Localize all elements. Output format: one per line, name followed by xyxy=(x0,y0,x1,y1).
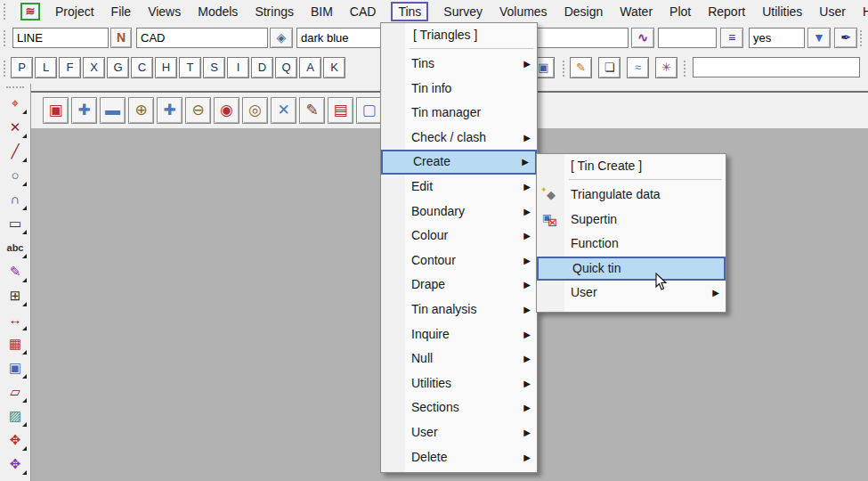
cad-text-field[interactable] xyxy=(693,57,860,77)
name-field[interactable] xyxy=(12,28,109,48)
dropdown-button[interactable]: ▼ xyxy=(807,28,831,48)
menu-cad[interactable]: CAD xyxy=(348,3,378,20)
menu-item-supertin[interactable]: ▣⊠ Supertin xyxy=(537,208,726,232)
linestyle-picker-button[interactable]: ≡ xyxy=(720,28,743,48)
grid-table-button[interactable]: ▦ xyxy=(4,334,27,355)
menu-item-sections[interactable]: Sections▶ xyxy=(381,395,537,420)
zoom-adjust-button[interactable]: ⊖ xyxy=(185,97,211,124)
menu-item-user[interactable]: User▶ xyxy=(381,420,537,445)
key-button-s[interactable]: S xyxy=(203,57,225,78)
menu-item-quick-tin[interactable]: Quick tin xyxy=(537,257,726,281)
key-button-i[interactable]: I xyxy=(227,57,249,78)
key-button-q[interactable]: Q xyxy=(275,57,297,78)
plot-printer-button[interactable]: ▤ xyxy=(328,97,353,124)
draw-circle-button[interactable]: ○ xyxy=(4,166,27,187)
move-arrows-button[interactable]: ✥ xyxy=(4,430,27,452)
toolbar-grip[interactable] xyxy=(4,4,7,20)
create-point-button[interactable]: ⊞ xyxy=(4,286,27,307)
name-toggle-button[interactable]: N xyxy=(110,28,132,48)
menu-item-inquire[interactable]: Inquire▶ xyxy=(381,322,537,347)
menu-help[interactable]: Help xyxy=(861,3,868,20)
menu-water[interactable]: Water xyxy=(618,3,654,20)
draw-rect-button[interactable]: ▭ xyxy=(4,214,27,235)
menu-item-boundary[interactable]: Boundary▶ xyxy=(381,200,537,224)
views-menu-button[interactable]: ▣ xyxy=(43,97,69,124)
menu-item-utilities[interactable]: Utilities▶ xyxy=(381,371,537,396)
menu-item-tins[interactable]: Tins▶ xyxy=(381,52,537,77)
toolbar-grip[interactable] xyxy=(4,30,7,46)
intersect-button[interactable]: ✕ xyxy=(4,118,27,139)
key-button-p[interactable]: P xyxy=(11,57,33,78)
menu-volumes[interactable]: Volumes xyxy=(498,3,549,20)
key-button-t[interactable]: T xyxy=(179,57,201,78)
toolbar-grip[interactable] xyxy=(6,86,24,90)
tin-picker-button[interactable]: ∿ xyxy=(631,28,654,48)
window-edit-button[interactable]: ▣ xyxy=(4,358,27,379)
zoom-previous-button[interactable]: ◎ xyxy=(242,97,268,124)
model-picker-button[interactable]: ◈ xyxy=(270,28,293,48)
menu-design[interactable]: Design xyxy=(563,3,605,20)
key-button-c[interactable]: C xyxy=(131,57,153,78)
model-field[interactable] xyxy=(136,28,268,48)
menu-item-null[interactable]: Null▶ xyxy=(381,346,537,371)
draw-arc-button[interactable]: ∩ xyxy=(4,190,27,211)
menu-item-create-user[interactable]: User▶ xyxy=(537,281,726,306)
menu-item-check-clash[interactable]: Check / clash▶ xyxy=(381,126,537,151)
toolbar-grip[interactable] xyxy=(684,61,687,77)
menu-file[interactable]: File xyxy=(110,3,134,20)
eyedropper-button[interactable]: ✒ xyxy=(834,28,857,48)
menu-survey[interactable]: Survey xyxy=(442,3,484,20)
key-button-h[interactable]: H xyxy=(155,57,177,78)
cad-swoosh-button[interactable]: ≈ xyxy=(627,57,649,78)
snap-target-button[interactable]: ⌖ xyxy=(4,94,27,115)
key-button-d[interactable]: D xyxy=(251,57,273,78)
menu-item-function[interactable]: Function xyxy=(537,232,726,257)
toolbar-grip[interactable] xyxy=(563,61,566,77)
menu-strings[interactable]: Strings xyxy=(253,3,296,20)
key-button-g[interactable]: G xyxy=(107,57,129,78)
menu-report[interactable]: Report xyxy=(706,3,747,20)
menu-item-tin-info[interactable]: Tin info xyxy=(381,77,537,102)
menu-project[interactable]: Project xyxy=(53,3,96,20)
menu-tins[interactable]: Tins xyxy=(391,2,428,21)
zoom-fit-button[interactable]: ◉ xyxy=(214,97,239,124)
key-button-a[interactable]: A xyxy=(299,57,321,78)
copy-view-button[interactable]: ▢ xyxy=(356,97,382,124)
yes-field[interactable] xyxy=(749,28,805,48)
key-button-k[interactable]: K xyxy=(323,57,345,78)
menu-user[interactable]: User xyxy=(817,3,848,20)
polygon-button[interactable]: ▱ xyxy=(4,382,27,404)
menu-item-edit[interactable]: Edit▶ xyxy=(381,175,537,200)
key-button-f[interactable]: F xyxy=(59,57,81,78)
measure-button[interactable]: ↔ xyxy=(4,310,27,331)
menu-item-triangulate-data[interactable]: ◆✦ Triangulate data xyxy=(537,183,726,208)
cad-page-button[interactable]: ❏ xyxy=(598,57,621,78)
menu-plot[interactable]: Plot xyxy=(668,3,693,20)
cad-draw-button[interactable]: ✎ xyxy=(570,57,592,78)
key-button-x[interactable]: X xyxy=(83,57,105,78)
zoom-in-button[interactable]: ✚ xyxy=(71,97,97,124)
redraw-brush-button[interactable]: ✎ xyxy=(299,97,325,124)
toolbar-grip[interactable] xyxy=(860,30,864,46)
raster-image-button[interactable]: ▨ xyxy=(4,406,27,428)
tin-field[interactable] xyxy=(523,28,629,48)
toggle-delete-button[interactable]: ✕ xyxy=(271,97,296,124)
text-abc-button[interactable]: abc xyxy=(4,238,27,259)
draw-line-button[interactable]: ╱ xyxy=(4,142,27,163)
pan-button[interactable]: ✚ xyxy=(157,97,183,124)
translate-arrows-button[interactable]: ✥ xyxy=(4,454,27,476)
menu-item-contour[interactable]: Contour▶ xyxy=(381,249,537,273)
zoom-out-button[interactable]: ▬ xyxy=(100,97,126,124)
zoom-extent-button[interactable]: ⊕ xyxy=(128,97,154,124)
key-button-l[interactable]: L xyxy=(35,57,57,78)
menu-views[interactable]: Views xyxy=(146,3,183,20)
menu-item-create[interactable]: Create▶ xyxy=(381,150,537,175)
menu-utilities[interactable]: Utilities xyxy=(760,3,804,20)
menu-models[interactable]: Models xyxy=(196,3,239,20)
menu-bim[interactable]: BIM xyxy=(309,3,335,20)
menu-item-delete[interactable]: Delete▶ xyxy=(381,445,537,470)
toolbar-grip[interactable] xyxy=(4,61,7,77)
symbol-pencil-button[interactable]: ✎ xyxy=(4,262,27,283)
linestyle-field[interactable] xyxy=(658,28,717,48)
cad-pinwheel-button[interactable]: ✳ xyxy=(655,57,677,78)
